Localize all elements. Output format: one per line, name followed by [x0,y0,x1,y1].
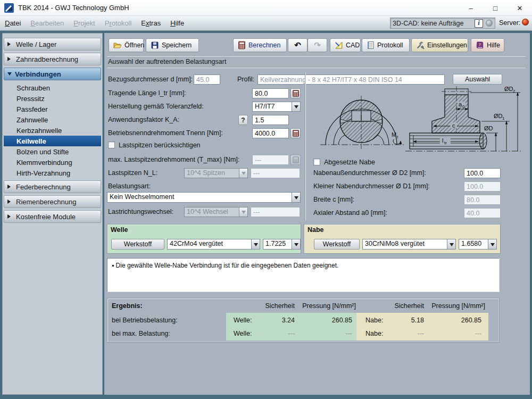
nabe-pressung-header: Pressung [N/mm²] [426,302,485,310]
undo-button[interactable]: ↶ [288,38,307,52]
d2-label: Nabenaußendurchmesser Ø D2 [mm]: [313,169,426,177]
nabe-material-dropdown[interactable]: 30CrNiMo8 vergütet [362,239,456,250]
sidebar-group-kostenfreie-module[interactable]: Kostenfreie Module [4,210,101,223]
sidebar-group-zahnradberechnung[interactable]: Zahnradberechnung [4,53,101,65]
close-button[interactable]: ✕ [508,0,532,16]
nabe-material-number-dropdown[interactable]: 1.6580 [459,239,497,250]
save-label: Speichern [162,41,192,49]
nabe-sicherheit-value: 5.18 [371,317,424,324]
anwendungsfaktor-label: Anwendungsfaktor K_A: [108,116,179,123]
welle-material-number-dropdown[interactable]: 1.7225 [263,239,301,250]
save-button[interactable]: Speichern [146,38,199,52]
chevron-down-icon[interactable] [292,192,301,203]
column-divider [305,72,306,220]
titlebar: TBK 2014 - GWJ Technology GmbH – □ ✕ [0,0,532,16]
menu-projekt: Projekt [69,18,99,29]
tools-icon [416,41,425,49]
menu-hilfe[interactable]: Hilfe [165,18,189,29]
chevron-down-icon[interactable] [292,239,301,250]
results-panel: Ergebnis: Sicherheit Pressung [N/mm²] Si… [107,298,500,343]
message-text: Die gewählte Welle-Nabe Verbindung ist f… [116,262,339,269]
menu-datei[interactable]: Datei [0,18,26,29]
menu-extras[interactable]: Extras [136,18,165,29]
info-button[interactable]: i [475,19,483,28]
toleranzfeld-value: H7/IT7 [252,102,292,112]
sidebar-item-klemmverbindung[interactable]: Klemmverbindung [4,157,101,168]
help-question-button[interactable]: ? [238,115,248,125]
toleranzfeld-dropdown[interactable]: H7/IT7 [252,102,301,112]
sidebar-item-keilwelle[interactable]: Keilwelle [4,136,101,146]
window-title: TBK 2014 - GWJ Technology GmbH [18,4,129,12]
tragende-laenge-input[interactable] [252,88,289,98]
abgesetzte-nabe-checkbox[interactable] [313,159,320,165]
sidebar-item-hirth-verzahnung[interactable]: Hirth-Verzahnung [4,168,101,178]
cad-button[interactable]: CAD [330,38,361,52]
menubar: Datei Bearbeiten Projekt Protokoll Extra… [0,16,532,31]
protocol-button[interactable]: Protokoll [362,38,410,52]
sidebar-item-schrauben[interactable]: Schrauben [4,82,101,93]
chevron-right-icon [7,200,13,204]
nenndrehmoment-label: Betriebsnenndrehmoment Tnenn [Nm]: [108,129,223,137]
settings-button[interactable]: Einstellungen [411,38,468,52]
sidebar-group-federberechnung[interactable]: Federberechnung [4,180,101,193]
welle-material-number-value: 1.7225 [263,239,292,250]
sidebar-group-verbindungen[interactable]: Verbindungen [4,68,101,80]
help-button[interactable]: ? Hilfe [471,38,504,52]
cad-indicator-icon [486,20,493,27]
welle-werkstoff-button[interactable]: Werkstoff [111,239,164,250]
chevron-down-icon[interactable] [447,239,456,250]
sidebar-group-riemenberechnung[interactable]: Riemenberechnung [4,195,101,208]
bezugsdurchmesser-label: Bezugsdurchmesser d [mm]: [108,76,193,83]
minimize-button[interactable]: – [459,0,483,16]
maximize-button[interactable]: □ [483,0,508,16]
calculate-button[interactable]: Berechnen [233,38,287,52]
anwendungsfaktor-input[interactable] [252,115,289,125]
d1-input [464,181,501,192]
auswahl-label: Auswahl [465,76,490,83]
chevron-down-icon[interactable] [488,239,497,250]
calculator-button[interactable] [290,88,301,98]
lastspitzen-checkbox[interactable] [108,142,115,148]
chevron-right-icon [7,57,13,61]
main-panel: Öffnen Speichern Berechnen ↶ ↷ [104,33,530,395]
sidebar-item-zahnwelle[interactable]: Zahnwelle [4,114,101,125]
result-row-label: bei Betriebsbelastung: [112,317,178,324]
help-book-icon: ? [476,41,484,49]
sidebar-group-welle-lager[interactable]: Welle / Lager [4,38,101,51]
open-button[interactable]: Öffnen [109,38,144,52]
spline-connection-drawing: a 0 c l tr M t ØD ØD 1 ØD 2 [311,84,523,156]
chevron-down-icon[interactable] [292,102,301,112]
nenndrehmoment-input[interactable] [252,128,289,138]
sidebar-item-kerbzahnwelle[interactable]: Kerbzahnwelle [4,125,101,136]
calculator-button-disabled [290,155,301,165]
d2-input[interactable] [464,168,501,178]
nabe-panel-title: Nabe [307,226,324,234]
dim-mt-label: M [392,131,396,138]
lastrichtungswechsel-input [251,207,300,217]
breite-input [464,195,501,205]
floppy-disk-icon [151,41,159,49]
dim-mt-sub: t [397,135,398,139]
results-title: Ergebnis: [112,302,143,310]
lastspitzen-unit-value: 10^4 Spitzen [184,168,239,178]
sidebar-item-presssitz[interactable]: Presssitz [4,93,101,104]
nabe-sicherheit-header: Sicherheit [371,302,424,310]
belastungsart-dropdown[interactable]: Kein Wechselmoment [107,192,301,203]
sidebar-item-bolzen-und-stifte[interactable]: Bolzen und Stifte [4,146,101,157]
lastrichtungswechsel-label: Lastrichtungswechsel: [108,208,173,215]
notepad-icon [367,41,375,49]
chevron-down-icon[interactable] [251,239,260,250]
tragende-laenge-label: Tragende Länge l_tr [mm]: [108,89,186,97]
chevron-down-icon [7,72,12,78]
auswahl-button[interactable]: Auswahl [453,74,502,85]
cad-status-box: 3D-CAD: keine Aufträge i [390,18,495,29]
calculator-button[interactable] [290,128,301,138]
sidebar-item-passfeder[interactable]: Passfeder [4,104,101,114]
welle-panel: Welle Werkstoff 42CrMo4 vergütet 1.7225 [107,224,301,254]
nabe-werkstoff-button[interactable]: Werkstoff [314,239,360,250]
dim-a0-label: a [459,101,462,107]
max-lastspitzen-input [252,155,289,165]
welle-material-dropdown[interactable]: 42CrMo4 vergütet [167,239,260,250]
a0-input [464,208,501,218]
calculate-label: Berechnen [248,41,280,49]
